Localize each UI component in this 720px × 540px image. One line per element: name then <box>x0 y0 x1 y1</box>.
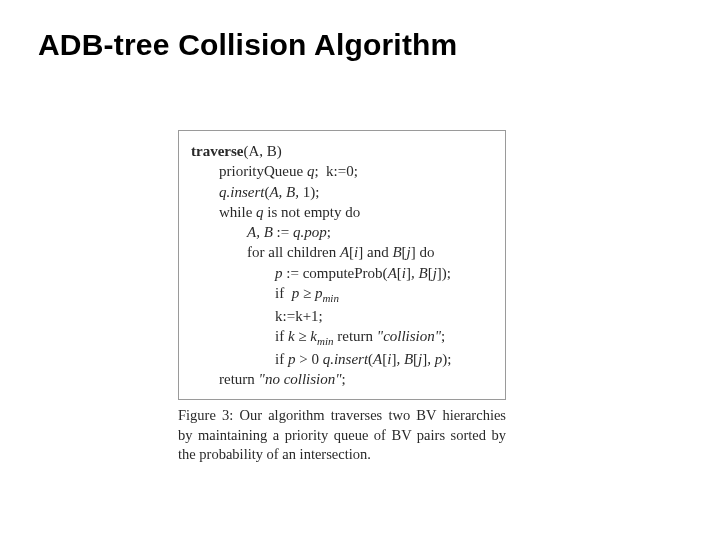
algo-line-2: q.insert(A, B, 1); <box>191 182 493 202</box>
algo-line-6: p := computeProb(A[i], B[j]); <box>191 263 493 283</box>
figure-caption: Figure 3: Our algorithm traverses two BV… <box>178 406 506 465</box>
fn-args: (A, B) <box>243 143 281 159</box>
algo-line-4: A, B := q.pop; <box>191 222 493 242</box>
algo-line-3: while q is not empty do <box>191 202 493 222</box>
algo-line-9: if k ≥ kmin return "collision"; <box>191 326 493 349</box>
figure: traverse(A, B) priorityQueue q; k:=0; q.… <box>178 130 506 465</box>
page-title: ADB-tree Collision Algorithm <box>38 28 458 62</box>
slide: ADB-tree Collision Algorithm traverse(A,… <box>0 0 720 540</box>
algo-line-10: if p > 0 q.insert(A[i], B[j], p); <box>191 349 493 369</box>
algo-fn-header: traverse(A, B) <box>191 141 493 161</box>
algo-line-5: for all children A[i] and B[j] do <box>191 242 493 262</box>
algorithm-box: traverse(A, B) priorityQueue q; k:=0; q.… <box>178 130 506 400</box>
algo-line-1: priorityQueue q; k:=0; <box>191 161 493 181</box>
algo-line-8: k:=k+1; <box>191 306 493 326</box>
fn-name: traverse <box>191 143 243 159</box>
algo-line-7: if p ≥ pmin <box>191 283 493 306</box>
algo-line-11: return "no collision"; <box>191 369 493 389</box>
